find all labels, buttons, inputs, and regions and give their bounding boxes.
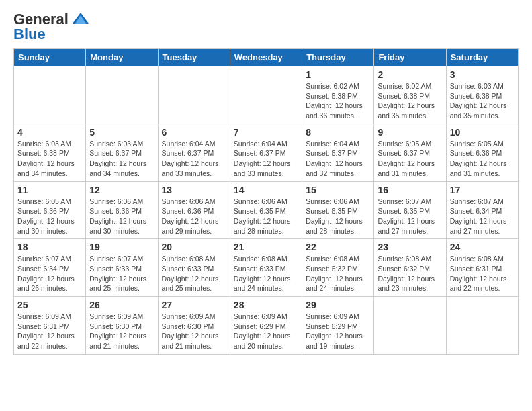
calendar-cell: 22Sunrise: 6:08 AM Sunset: 6:32 PM Dayli… bbox=[302, 239, 374, 297]
calendar-cell bbox=[374, 297, 446, 355]
calendar-cell: 9Sunrise: 6:05 AM Sunset: 6:37 PM Daylig… bbox=[374, 124, 446, 181]
calendar-cell bbox=[158, 66, 230, 124]
weekday-header-friday: Friday bbox=[374, 49, 446, 66]
day-number: 3 bbox=[450, 69, 515, 80]
day-number: 11 bbox=[17, 185, 82, 195]
calendar-cell: 19Sunrise: 6:07 AM Sunset: 6:33 PM Dayli… bbox=[86, 239, 158, 297]
calendar-cell bbox=[230, 66, 302, 124]
calendar-cell bbox=[446, 297, 518, 355]
day-detail: Sunrise: 6:02 AM Sunset: 6:38 PM Dayligh… bbox=[378, 81, 442, 121]
calendar-cell: 21Sunrise: 6:08 AM Sunset: 6:33 PM Dayli… bbox=[230, 239, 302, 297]
day-detail: Sunrise: 6:09 AM Sunset: 6:31 PM Dayligh… bbox=[17, 312, 82, 351]
day-number: 15 bbox=[306, 185, 370, 195]
weekday-header-tuesday: Tuesday bbox=[158, 49, 230, 66]
day-detail: Sunrise: 6:06 AM Sunset: 6:36 PM Dayligh… bbox=[162, 197, 226, 236]
weekday-header-monday: Monday bbox=[86, 49, 158, 66]
week-row-4: 18Sunrise: 6:07 AM Sunset: 6:34 PM Dayli… bbox=[14, 239, 519, 297]
day-detail: Sunrise: 6:06 AM Sunset: 6:35 PM Dayligh… bbox=[234, 197, 298, 236]
day-detail: Sunrise: 6:09 AM Sunset: 6:30 PM Dayligh… bbox=[89, 312, 154, 351]
calendar-cell: 2Sunrise: 6:02 AM Sunset: 6:38 PM Daylig… bbox=[374, 66, 446, 124]
calendar-cell bbox=[14, 66, 86, 124]
calendar-cell: 5Sunrise: 6:03 AM Sunset: 6:37 PM Daylig… bbox=[86, 124, 158, 181]
day-number: 13 bbox=[162, 185, 226, 195]
week-row-2: 4Sunrise: 6:03 AM Sunset: 6:38 PM Daylig… bbox=[14, 124, 519, 181]
day-detail: Sunrise: 6:07 AM Sunset: 6:34 PM Dayligh… bbox=[450, 197, 515, 236]
calendar-cell: 13Sunrise: 6:06 AM Sunset: 6:36 PM Dayli… bbox=[158, 181, 230, 239]
day-number: 24 bbox=[450, 242, 515, 253]
calendar-cell: 23Sunrise: 6:08 AM Sunset: 6:32 PM Dayli… bbox=[374, 239, 446, 297]
day-detail: Sunrise: 6:03 AM Sunset: 6:37 PM Dayligh… bbox=[89, 139, 154, 179]
calendar-cell: 26Sunrise: 6:09 AM Sunset: 6:30 PM Dayli… bbox=[86, 297, 158, 355]
calendar-cell: 14Sunrise: 6:06 AM Sunset: 6:35 PM Dayli… bbox=[230, 181, 302, 239]
calendar-cell: 10Sunrise: 6:05 AM Sunset: 6:36 PM Dayli… bbox=[446, 124, 518, 181]
header-area: General Blue bbox=[13, 11, 519, 43]
day-number: 21 bbox=[234, 242, 298, 253]
day-detail: Sunrise: 6:07 AM Sunset: 6:34 PM Dayligh… bbox=[17, 254, 82, 293]
day-detail: Sunrise: 6:02 AM Sunset: 6:38 PM Dayligh… bbox=[306, 81, 370, 121]
day-detail: Sunrise: 6:04 AM Sunset: 6:37 PM Dayligh… bbox=[162, 139, 226, 179]
calendar-cell: 6Sunrise: 6:04 AM Sunset: 6:37 PM Daylig… bbox=[158, 124, 230, 181]
calendar-cell: 18Sunrise: 6:07 AM Sunset: 6:34 PM Dayli… bbox=[14, 239, 86, 297]
day-detail: Sunrise: 6:09 AM Sunset: 6:29 PM Dayligh… bbox=[234, 312, 298, 351]
day-detail: Sunrise: 6:09 AM Sunset: 6:29 PM Dayligh… bbox=[306, 312, 370, 351]
logo-icon bbox=[71, 11, 90, 28]
day-number: 14 bbox=[234, 185, 298, 195]
day-number: 16 bbox=[378, 185, 442, 195]
calendar-cell: 8Sunrise: 6:04 AM Sunset: 6:37 PM Daylig… bbox=[302, 124, 374, 181]
calendar-cell: 27Sunrise: 6:09 AM Sunset: 6:30 PM Dayli… bbox=[158, 297, 230, 355]
weekday-header-sunday: Sunday bbox=[14, 49, 86, 66]
day-detail: Sunrise: 6:06 AM Sunset: 6:35 PM Dayligh… bbox=[306, 197, 370, 236]
day-number: 26 bbox=[89, 300, 154, 310]
day-number: 7 bbox=[234, 127, 298, 138]
day-detail: Sunrise: 6:03 AM Sunset: 6:38 PM Dayligh… bbox=[450, 81, 515, 121]
day-number: 2 bbox=[378, 69, 442, 80]
calendar-cell: 7Sunrise: 6:04 AM Sunset: 6:37 PM Daylig… bbox=[230, 124, 302, 181]
calendar-cell: 20Sunrise: 6:08 AM Sunset: 6:33 PM Dayli… bbox=[158, 239, 230, 297]
weekday-header-thursday: Thursday bbox=[302, 49, 374, 66]
day-number: 1 bbox=[306, 69, 370, 80]
day-detail: Sunrise: 6:07 AM Sunset: 6:35 PM Dayligh… bbox=[378, 197, 442, 236]
day-detail: Sunrise: 6:04 AM Sunset: 6:37 PM Dayligh… bbox=[306, 139, 370, 179]
day-detail: Sunrise: 6:08 AM Sunset: 6:33 PM Dayligh… bbox=[234, 254, 298, 293]
day-number: 29 bbox=[306, 300, 370, 310]
weekday-header-row: SundayMondayTuesdayWednesdayThursdayFrid… bbox=[14, 49, 519, 66]
week-row-1: 1Sunrise: 6:02 AM Sunset: 6:38 PM Daylig… bbox=[14, 66, 519, 124]
day-detail: Sunrise: 6:08 AM Sunset: 6:32 PM Dayligh… bbox=[306, 254, 370, 293]
day-number: 6 bbox=[162, 127, 226, 138]
calendar-cell: 3Sunrise: 6:03 AM Sunset: 6:38 PM Daylig… bbox=[446, 66, 518, 124]
weekday-header-saturday: Saturday bbox=[446, 49, 518, 66]
day-number: 20 bbox=[162, 242, 226, 253]
day-number: 10 bbox=[450, 127, 515, 138]
weekday-header-wednesday: Wednesday bbox=[230, 49, 302, 66]
week-row-5: 25Sunrise: 6:09 AM Sunset: 6:31 PM Dayli… bbox=[14, 297, 519, 355]
day-number: 9 bbox=[378, 127, 442, 138]
day-detail: Sunrise: 6:03 AM Sunset: 6:38 PM Dayligh… bbox=[17, 139, 82, 179]
day-number: 27 bbox=[162, 300, 226, 310]
calendar-cell: 29Sunrise: 6:09 AM Sunset: 6:29 PM Dayli… bbox=[302, 297, 374, 355]
day-detail: Sunrise: 6:09 AM Sunset: 6:30 PM Dayligh… bbox=[162, 312, 226, 351]
calendar-cell: 17Sunrise: 6:07 AM Sunset: 6:34 PM Dayli… bbox=[446, 181, 518, 239]
calendar-cell: 15Sunrise: 6:06 AM Sunset: 6:35 PM Dayli… bbox=[302, 181, 374, 239]
day-number: 18 bbox=[17, 242, 82, 253]
logo: General Blue bbox=[13, 11, 90, 43]
day-number: 8 bbox=[306, 127, 370, 138]
day-number: 17 bbox=[450, 185, 515, 195]
calendar-cell: 1Sunrise: 6:02 AM Sunset: 6:38 PM Daylig… bbox=[302, 66, 374, 124]
calendar-cell: 25Sunrise: 6:09 AM Sunset: 6:31 PM Dayli… bbox=[14, 297, 86, 355]
calendar-cell: 24Sunrise: 6:08 AM Sunset: 6:31 PM Dayli… bbox=[446, 239, 518, 297]
day-number: 28 bbox=[234, 300, 298, 310]
calendar-cell: 16Sunrise: 6:07 AM Sunset: 6:35 PM Dayli… bbox=[374, 181, 446, 239]
logo-blue-text: Blue bbox=[13, 26, 46, 43]
calendar-cell: 4Sunrise: 6:03 AM Sunset: 6:38 PM Daylig… bbox=[14, 124, 86, 181]
day-number: 5 bbox=[89, 127, 154, 138]
week-row-3: 11Sunrise: 6:05 AM Sunset: 6:36 PM Dayli… bbox=[14, 181, 519, 239]
day-number: 12 bbox=[89, 185, 154, 195]
calendar-cell: 11Sunrise: 6:05 AM Sunset: 6:36 PM Dayli… bbox=[14, 181, 86, 239]
calendar-cell: 12Sunrise: 6:06 AM Sunset: 6:36 PM Dayli… bbox=[86, 181, 158, 239]
calendar-cell: 28Sunrise: 6:09 AM Sunset: 6:29 PM Dayli… bbox=[230, 297, 302, 355]
day-number: 23 bbox=[378, 242, 442, 253]
calendar-cell bbox=[86, 66, 158, 124]
day-detail: Sunrise: 6:08 AM Sunset: 6:31 PM Dayligh… bbox=[450, 254, 515, 293]
day-number: 22 bbox=[306, 242, 370, 253]
day-detail: Sunrise: 6:08 AM Sunset: 6:33 PM Dayligh… bbox=[162, 254, 226, 293]
